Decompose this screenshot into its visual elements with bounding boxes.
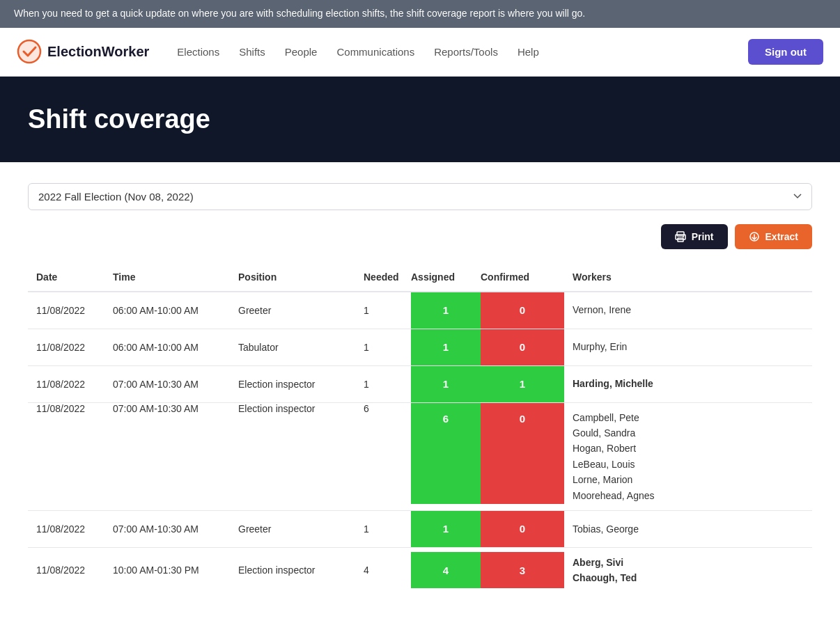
- assigned-value: 1: [411, 329, 481, 365]
- cell-assigned: 1: [411, 365, 481, 402]
- col-header-needed: Needed: [355, 263, 411, 292]
- table-row: 11/08/2022 07:00 AM-10:30 AM Greeter 1 1…: [28, 510, 812, 547]
- nav-people[interactable]: People: [285, 46, 318, 58]
- assigned-value: 4: [411, 552, 481, 588]
- cell-needed: 1: [355, 329, 411, 365]
- worker-name: Moorehead, Agnes: [573, 488, 804, 503]
- page-title-area: Shift coverage: [0, 77, 840, 162]
- cell-assigned: 6: [411, 402, 481, 510]
- worker-name: Hogan, Robert: [573, 441, 804, 456]
- cell-position: Tabulator: [230, 329, 355, 365]
- cell-needed: 4: [355, 547, 411, 592]
- cell-assigned: 1: [411, 292, 481, 329]
- col-header-confirmed: Confirmed: [481, 263, 564, 292]
- sign-out-button[interactable]: Sign out: [748, 39, 823, 65]
- cell-time: 07:00 AM-10:30 AM: [104, 402, 230, 510]
- logo-text: ElectionWorker: [47, 44, 149, 60]
- worker-name: Campbell, Pete: [573, 410, 804, 425]
- confirmed-value: 0: [481, 292, 564, 329]
- nav-help[interactable]: Help: [518, 46, 539, 58]
- nav-communications[interactable]: Communications: [336, 46, 414, 58]
- extract-label: Extract: [765, 231, 798, 242]
- cell-workers: Vernon, Irene: [564, 292, 812, 329]
- info-banner: When you need to get a quick update on w…: [0, 0, 840, 28]
- cell-workers: Murphy, Erin: [564, 329, 812, 365]
- svg-rect-2: [677, 232, 684, 236]
- cell-time: 06:00 AM-10:00 AM: [104, 329, 230, 365]
- cell-workers: Aberg, SiviChaough, Ted: [564, 547, 812, 592]
- nav-elections[interactable]: Elections: [177, 46, 219, 58]
- main-content: 2022 Fall Election (Nov 08, 2022) Print …: [0, 162, 840, 614]
- worker-name: Lorne, Marion: [573, 472, 804, 487]
- logo[interactable]: ElectionWorker: [17, 39, 149, 64]
- cell-needed: 1: [355, 365, 411, 402]
- header: ElectionWorker Elections Shifts People C…: [0, 28, 840, 77]
- print-button[interactable]: Print: [661, 224, 728, 249]
- cell-position: Greeter: [230, 510, 355, 547]
- cell-confirmed: 0: [481, 292, 564, 329]
- print-label: Print: [692, 231, 714, 242]
- worker-name: Tobias, George: [573, 521, 804, 537]
- worker-name: Murphy, Erin: [573, 339, 804, 354]
- assigned-value: 6: [411, 403, 481, 504]
- print-icon: [675, 231, 686, 242]
- cell-workers: Harding, Michelle: [564, 365, 812, 402]
- worker-name: Aberg, Sivi: [573, 555, 804, 570]
- worker-name: Harding, Michelle: [573, 376, 804, 391]
- worker-name: Gould, Sandra: [573, 425, 804, 441]
- page-title: Shift coverage: [28, 104, 812, 134]
- action-bar: Print Extract: [28, 224, 812, 249]
- confirmed-value: 0: [481, 403, 564, 504]
- col-header-date: Date: [28, 263, 104, 292]
- cell-needed: 6: [355, 402, 411, 510]
- col-header-time: Time: [104, 263, 230, 292]
- col-header-assigned: Assigned: [411, 263, 481, 292]
- table-header-row: Date Time Position Needed Assigned Confi…: [28, 263, 812, 292]
- cell-time: 07:00 AM-10:30 AM: [104, 365, 230, 402]
- coverage-table: Date Time Position Needed Assigned Confi…: [28, 263, 812, 593]
- confirmed-value: 1: [481, 366, 564, 402]
- cell-workers: Tobias, George: [564, 510, 812, 547]
- cell-confirmed: 3: [481, 547, 564, 592]
- main-nav: Elections Shifts People Communications R…: [177, 46, 748, 58]
- worker-name: Chaough, Ted: [573, 570, 804, 585]
- cell-time: 07:00 AM-10:30 AM: [104, 510, 230, 547]
- worker-name: Vernon, Irene: [573, 302, 804, 317]
- col-header-workers: Workers: [564, 263, 812, 292]
- logo-icon: [17, 39, 42, 64]
- cell-confirmed: 0: [481, 510, 564, 547]
- cell-date: 11/08/2022: [28, 402, 104, 510]
- cell-time: 10:00 AM-01:30 PM: [104, 547, 230, 592]
- cell-date: 11/08/2022: [28, 329, 104, 365]
- cell-date: 11/08/2022: [28, 365, 104, 402]
- election-filter: 2022 Fall Election (Nov 08, 2022): [28, 183, 812, 210]
- cell-assigned: 4: [411, 547, 481, 592]
- confirmed-value: 3: [481, 552, 564, 588]
- cell-position: Election inspector: [230, 365, 355, 402]
- cell-position: Greeter: [230, 292, 355, 329]
- cell-confirmed: 0: [481, 402, 564, 510]
- nav-shifts[interactable]: Shifts: [239, 46, 265, 58]
- cell-position: Election inspector: [230, 402, 355, 510]
- cell-assigned: 1: [411, 329, 481, 365]
- col-header-position: Position: [230, 263, 355, 292]
- worker-name: LeBeau, Louis: [573, 457, 804, 472]
- cell-confirmed: 1: [481, 365, 564, 402]
- election-dropdown[interactable]: 2022 Fall Election (Nov 08, 2022): [28, 183, 812, 210]
- extract-icon: [749, 231, 760, 242]
- cell-date: 11/08/2022: [28, 510, 104, 547]
- extract-button[interactable]: Extract: [735, 224, 812, 249]
- assigned-value: 1: [411, 292, 481, 329]
- svg-point-5: [683, 236, 684, 237]
- cell-date: 11/08/2022: [28, 547, 104, 592]
- table-row: 11/08/2022 06:00 AM-10:00 AM Tabulator 1…: [28, 329, 812, 365]
- cell-assigned: 1: [411, 510, 481, 547]
- banner-text: When you need to get a quick update on w…: [14, 8, 585, 19]
- table-row: 11/08/2022 10:00 AM-01:30 PM Election in…: [28, 547, 812, 592]
- assigned-value: 1: [411, 511, 481, 547]
- nav-reports-tools[interactable]: Reports/Tools: [434, 46, 498, 58]
- assigned-value: 1: [411, 366, 481, 402]
- table-row: 11/08/2022 07:00 AM-10:30 AM Election in…: [28, 402, 812, 510]
- confirmed-value: 0: [481, 329, 564, 365]
- table-row: 11/08/2022 06:00 AM-10:00 AM Greeter 1 1…: [28, 292, 812, 329]
